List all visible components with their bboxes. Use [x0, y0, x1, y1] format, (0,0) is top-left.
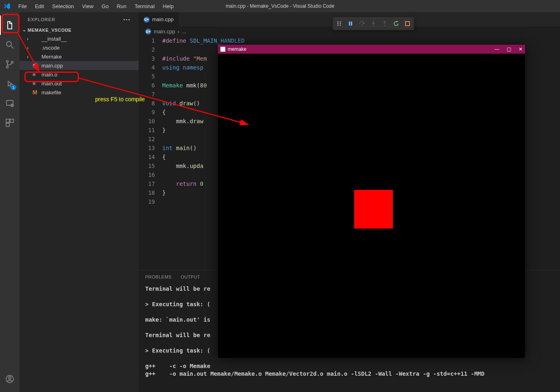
svg-rect-20: [351, 22, 352, 26]
search-icon: [5, 40, 15, 50]
line-numbers: 12345678910111213141516171819: [139, 36, 162, 270]
menu-help[interactable]: Help: [159, 2, 177, 11]
window-title: main.cpp - Memake_VsCode - Visual Studio…: [226, 3, 334, 9]
menu-go[interactable]: Go: [98, 2, 112, 11]
menu-edit[interactable]: Edit: [31, 2, 48, 11]
chevron-right-icon: ›: [27, 54, 33, 60]
app-icon: [220, 47, 225, 52]
step-into-icon: [370, 21, 376, 26]
tab-main-cpp[interactable]: C+ main.cpp: [139, 12, 179, 26]
debug-restart[interactable]: [391, 18, 401, 29]
folder-Memake[interactable]: ›Memake: [20, 52, 139, 61]
svg-point-12: [9, 377, 11, 379]
branch-icon: [5, 59, 15, 69]
file-main.o[interactable]: ≡main.o: [20, 70, 139, 79]
vscode-logo-icon: [3, 2, 11, 10]
m-icon: M: [33, 89, 39, 96]
svg-rect-8: [6, 119, 9, 122]
menu-run[interactable]: Run: [113, 2, 130, 11]
maximize-icon[interactable]: ▢: [507, 46, 511, 52]
svg-rect-6: [7, 100, 13, 105]
person-icon: [5, 374, 15, 384]
menu-selection[interactable]: Selection: [48, 2, 77, 11]
svg-point-25: [384, 25, 386, 26]
cpp-icon: C+: [145, 28, 151, 35]
debug-step-over[interactable]: [357, 18, 367, 29]
item-label: .vscode: [41, 45, 60, 51]
restart-icon: [393, 20, 399, 27]
app-title: memake: [228, 46, 246, 52]
activity-search[interactable]: [0, 35, 20, 54]
activity-extensions[interactable]: [0, 113, 20, 133]
item-label: makefile: [41, 89, 61, 96]
svg-point-23: [373, 25, 374, 26]
file-tree: ›__install__›.vscode›MemakeC+main.cpp≡ma…: [20, 33, 139, 97]
debug-stop[interactable]: [402, 18, 413, 29]
svg-rect-9: [10, 119, 13, 122]
close-icon[interactable]: ✕: [519, 46, 523, 52]
svg-point-0: [7, 41, 11, 46]
stop-icon: [405, 21, 410, 26]
item-label: main.o: [41, 72, 57, 78]
debug-drag-handle[interactable]: [334, 18, 344, 29]
chevron-right-icon: ›: [27, 45, 33, 51]
item-label: Memake: [41, 54, 62, 60]
breadcrumb-more: ...: [182, 28, 186, 35]
activity-remote[interactable]: [0, 94, 20, 113]
sidebar-more-icon[interactable]: •••: [123, 17, 131, 22]
menu-bar: File Edit Selection View Go Run Terminal…: [15, 2, 177, 11]
file-main.out[interactable]: ≡main.out: [20, 79, 139, 88]
chevron-right-icon: ›: [178, 28, 179, 35]
file-makefile[interactable]: Mmakefile: [20, 88, 139, 97]
sidebar: EXPLORER ••• ⌄ MEMAKE_VSCODE ›__install_…: [20, 12, 139, 392]
step-over-icon: [359, 21, 365, 26]
project-header[interactable]: ⌄ MEMAKE_VSCODE: [20, 26, 139, 33]
activity-accounts[interactable]: [0, 369, 20, 389]
item-label: main.cpp: [41, 63, 63, 69]
debug-step-out[interactable]: [379, 18, 390, 29]
app-titlebar[interactable]: memake — ▢ ✕: [218, 45, 525, 54]
menu-terminal[interactable]: Terminal: [131, 2, 158, 11]
activity-explorer[interactable]: [0, 15, 20, 35]
minimize-icon[interactable]: —: [495, 46, 499, 52]
activity-run-debug[interactable]: 1: [0, 74, 20, 94]
cpp-icon: C+: [144, 16, 150, 23]
chevron-right-icon: ›: [27, 36, 33, 42]
rendered-red-square: [354, 190, 393, 229]
svg-line-1: [11, 46, 13, 48]
sidebar-title: EXPLORER: [28, 17, 55, 22]
svg-point-21: [362, 25, 363, 26]
item-label: main.out: [41, 81, 62, 87]
app-canvas: [218, 54, 525, 358]
svg-point-2: [7, 61, 9, 63]
titlebar: File Edit Selection View Go Run Terminal…: [0, 0, 560, 12]
file-main.cpp[interactable]: C+main.cpp: [20, 61, 139, 70]
panel-tab-output[interactable]: OUTPUT: [181, 273, 200, 281]
menu-file[interactable]: File: [15, 2, 31, 11]
panel-tab-problems[interactable]: PROBLEMS: [145, 273, 172, 281]
output-app-window[interactable]: memake — ▢ ✕: [218, 45, 525, 358]
remote-icon: [5, 98, 15, 108]
files-icon: [5, 20, 15, 30]
grip-icon: [336, 21, 342, 26]
debug-toolbar[interactable]: [333, 17, 414, 30]
folder-.vscode[interactable]: ›.vscode: [20, 43, 139, 52]
generic-icon: ≡: [33, 81, 39, 87]
step-out-icon: [382, 21, 388, 26]
svg-point-17: [338, 25, 339, 26]
breadcrumb-file: main.cpp: [154, 28, 175, 35]
item-label: __install__: [41, 36, 67, 42]
svg-point-15: [338, 23, 339, 24]
cpp-icon: C+: [33, 63, 39, 69]
debug-pause[interactable]: [345, 18, 356, 29]
svg-rect-10: [6, 123, 9, 126]
debug-badge: 1: [11, 85, 16, 90]
svg-point-16: [340, 23, 341, 24]
svg-rect-26: [405, 22, 410, 26]
activity-scm[interactable]: [0, 54, 20, 74]
activity-bar: 1: [0, 12, 20, 392]
folder-__install__[interactable]: ›__install__: [20, 34, 139, 43]
debug-step-into[interactable]: [368, 18, 379, 29]
menu-view[interactable]: View: [78, 2, 97, 11]
pause-icon: [348, 21, 353, 26]
